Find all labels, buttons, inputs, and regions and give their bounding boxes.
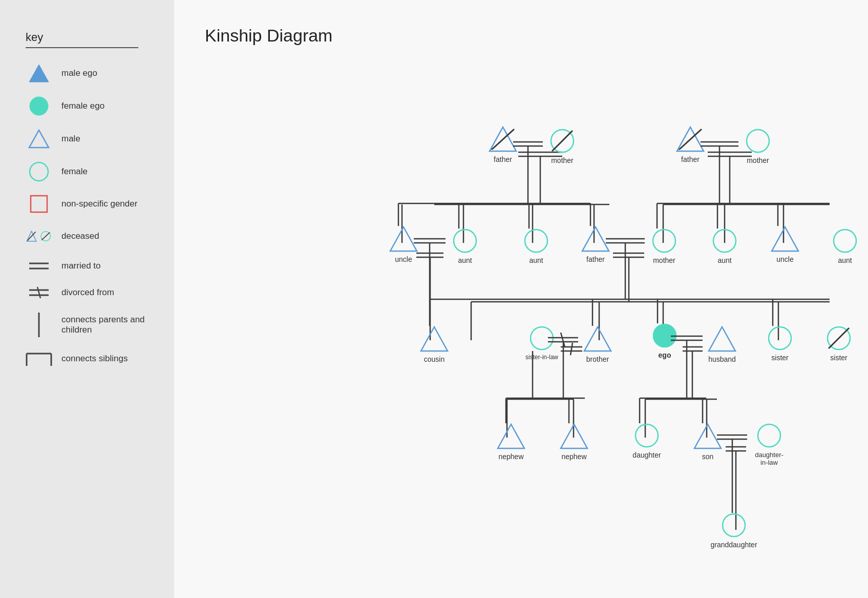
svg-marker-87 [561, 424, 587, 448]
male-label: male [61, 134, 80, 144]
male-ego-label: male ego [61, 68, 97, 78]
parent-child-label: connects parents and children [61, 315, 154, 335]
person-granddaughter: granddaughter [713, 512, 754, 549]
key-item-divorced: divorced from [26, 285, 154, 300]
gf2-label: father [681, 155, 700, 163]
svg-line-64 [492, 129, 514, 150]
person-aunt4: aunt [824, 228, 865, 264]
svg-point-81 [653, 324, 676, 347]
person-son: son [687, 422, 728, 461]
daughter-in-law-label: daughter-in-law [755, 451, 784, 466]
female-icon [26, 161, 52, 182]
key-item-male: male [26, 128, 154, 150]
person-uncle2: uncle [765, 225, 806, 263]
key-title: key [26, 31, 154, 44]
key-item-non-specific: non-specific gender [26, 194, 154, 214]
svg-marker-82 [709, 327, 735, 351]
deceased-label: deceased [61, 231, 99, 241]
sister1-label: sister [771, 354, 788, 362]
nephew2-label: nephew [561, 452, 586, 461]
person-aunt2: aunt [516, 228, 557, 264]
son-label: son [702, 452, 714, 461]
svg-marker-0 [29, 65, 49, 82]
svg-point-88 [636, 424, 658, 447]
female-label: female [61, 167, 88, 177]
key-item-female: female [26, 161, 154, 182]
mother-label: mother [653, 256, 675, 264]
male-ego-icon [26, 63, 52, 84]
svg-line-66 [552, 131, 573, 151]
person-nephew1: nephew [491, 422, 532, 461]
ego-label: ego [659, 351, 671, 359]
svg-line-68 [679, 129, 702, 150]
female-ego-icon [26, 95, 52, 117]
svg-point-74 [653, 230, 675, 252]
non-specific-icon [26, 194, 52, 214]
aunt1-label: aunt [458, 256, 472, 264]
uncle2-label: uncle [776, 255, 793, 263]
svg-point-72 [525, 230, 547, 252]
person-sister2: sister [818, 325, 859, 362]
key-item-parent-child: connects parents and children [26, 312, 154, 338]
key-item-male-ego: male ego [26, 63, 154, 84]
parent-child-icon [26, 312, 52, 338]
person-gf2: father [670, 125, 711, 163]
svg-marker-70 [390, 227, 417, 251]
key-item-married: married to [26, 258, 154, 274]
person-aunt1: aunt [444, 228, 485, 264]
person-nephew2: nephew [554, 422, 595, 461]
husband-label: husband [708, 355, 736, 363]
person-uncle1: uncle [383, 225, 424, 263]
father-label: father [586, 255, 605, 263]
person-gf1: father [482, 125, 523, 163]
person-cousin: cousin [414, 325, 455, 363]
svg-point-75 [713, 230, 736, 252]
svg-line-13 [37, 287, 40, 298]
svg-point-1 [30, 97, 48, 115]
diagram-title: Kinship Diagram [205, 26, 848, 46]
married-label: married to [61, 261, 101, 271]
svg-line-6 [27, 232, 35, 240]
female-ego-label: female ego [61, 101, 104, 111]
svg-marker-86 [498, 424, 524, 448]
main-content: Kinship Diagram .dl { stroke: #3a3a3a; s… [174, 0, 868, 598]
svg-point-77 [834, 230, 856, 252]
person-husband: husband [702, 325, 743, 363]
non-specific-label: non-specific gender [61, 199, 137, 209]
gm2-label: mother [747, 156, 769, 164]
svg-rect-4 [31, 196, 47, 212]
svg-marker-73 [582, 227, 609, 251]
key-item-female-ego: female ego [26, 95, 154, 117]
person-daughter: daughter [626, 422, 667, 459]
svg-point-71 [454, 230, 476, 252]
uncle1-label: uncle [395, 255, 412, 263]
svg-line-8 [41, 232, 50, 240]
svg-marker-80 [584, 327, 611, 351]
siblings-icon [26, 349, 52, 368]
male-icon [26, 128, 52, 150]
svg-point-83 [769, 327, 791, 349]
person-sister1: sister [759, 325, 800, 362]
svg-marker-2 [29, 130, 49, 148]
svg-point-69 [747, 130, 769, 152]
key-item-deceased: deceased [26, 225, 154, 247]
person-gm2: mother [737, 128, 778, 164]
gf1-label: father [494, 155, 512, 163]
married-icon [26, 258, 52, 274]
svg-line-85 [829, 328, 849, 348]
person-sisterinlaw: sister-in-law [521, 325, 562, 361]
key-item-siblings: connects siblings [26, 349, 154, 368]
daughter-label: daughter [632, 451, 661, 459]
gm1-label: mother [551, 156, 574, 164]
svg-marker-89 [694, 424, 721, 448]
deceased-icon [26, 225, 52, 247]
svg-marker-76 [772, 227, 798, 251]
sisterinlaw-label: sister-in-law [525, 354, 558, 361]
granddaughter-label: granddaughter [710, 541, 757, 549]
person-aunt3: aunt [704, 228, 745, 264]
aunt3-label: aunt [717, 256, 731, 264]
svg-point-91 [723, 514, 745, 537]
svg-point-3 [30, 162, 48, 181]
siblings-label: connects siblings [61, 354, 128, 364]
aunt2-label: aunt [529, 256, 543, 264]
